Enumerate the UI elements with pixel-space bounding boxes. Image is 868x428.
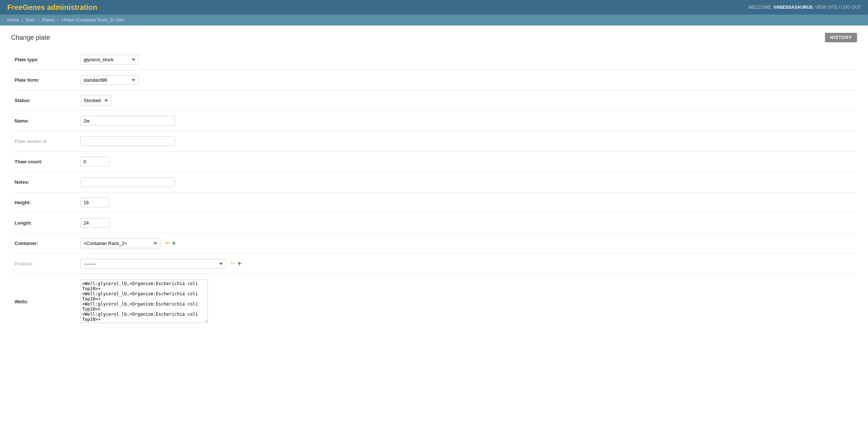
username: VANESSASAURUS [774, 5, 813, 10]
thaw-count-label: Thaw count: [11, 152, 77, 172]
status-row: Status: Stocked Trashed Archived [11, 90, 857, 111]
name-label: Name: [11, 111, 77, 131]
protocol-row: Protocol: -------- ✏ + [11, 254, 857, 274]
name-input-cell [77, 111, 857, 131]
status-input-cell: Stocked Trashed Archived [77, 90, 857, 111]
plate-vendor-id-input-cell [77, 131, 857, 152]
plate-type-input-cell: glycerol_stock culture sequencing other [77, 50, 857, 70]
form-table: Plate type: glycerol_stock culture seque… [11, 50, 857, 329]
plate-type-select[interactable]: glycerol_stock culture sequencing other [80, 55, 139, 65]
protocol-edit-icon[interactable]: ✏ [230, 260, 235, 267]
length-label: Length: [11, 213, 77, 233]
page-title: Change plate [11, 34, 50, 42]
length-input-cell [77, 213, 857, 233]
container-add-icon[interactable]: + [172, 240, 176, 247]
page-title-row: Change plate HISTORY [11, 33, 857, 42]
protocol-input-cell: -------- ✏ + [77, 254, 857, 274]
plate-vendor-id-input[interactable] [80, 136, 175, 146]
height-input-cell [77, 192, 857, 213]
separator: / [838, 5, 840, 10]
notes-label: Notes: [11, 172, 77, 192]
protocol-add-icon[interactable]: + [237, 260, 242, 267]
plate-type-label: Plate type: [11, 50, 77, 70]
protocol-actions: ✏ + [230, 260, 242, 267]
notes-input[interactable] [80, 177, 175, 187]
wells-label: Wells: [11, 274, 77, 330]
plate-type-row: Plate type: glycerol_stock culture seque… [11, 50, 857, 70]
main-content: Change plate HISTORY Plate type: glycero… [0, 26, 868, 428]
name-input[interactable] [80, 116, 175, 126]
container-actions: ✏ + [165, 240, 176, 247]
protocol-select[interactable]: -------- [80, 259, 226, 269]
breadcrumb-home[interactable]: Home [7, 17, 19, 23]
thaw-count-input[interactable] [80, 157, 109, 167]
plate-form-row: Plate form: standard96 deepwell96 384wel… [11, 70, 857, 90]
header: FreeGenes administration WELCOME, VANESS… [0, 0, 868, 15]
breadcrumb: Home › Main › Plates › <Plate:<Container… [0, 15, 868, 26]
breadcrumb-main[interactable]: Main [26, 17, 35, 23]
container-input-cell: <Container:Rack_2> -------- ✏ + [77, 233, 857, 254]
protocol-label: Protocol: [11, 254, 77, 274]
plate-form-label: Plate form: [11, 70, 77, 90]
plate-vendor-id-row: Plate vendor id: [11, 131, 857, 152]
breadcrumb-plates[interactable]: Plates [42, 17, 54, 23]
container-label: Container: [11, 233, 77, 254]
notes-input-cell [77, 172, 857, 192]
log-out-link[interactable]: LOG OUT [841, 5, 861, 10]
plate-form-select[interactable]: standard96 deepwell96 384well other [80, 75, 139, 85]
status-select[interactable]: Stocked Trashed Archived [80, 96, 111, 105]
container-row: Container: <Container:Rack_2> -------- ✏… [11, 233, 857, 254]
view-site-link[interactable]: VIEW SITE [815, 5, 837, 10]
wells-textarea[interactable]: <Well:glycerol_lb,<Organism:Escherichia … [80, 279, 208, 323]
container-edit-icon[interactable]: ✏ [165, 240, 170, 246]
name-row: Name: [11, 111, 857, 131]
wells-row: Wells: <Well:glycerol_lb,<Organism:Esche… [11, 274, 857, 330]
height-label: Height: [11, 192, 77, 213]
wells-input-cell: <Well:glycerol_lb,<Organism:Escherichia … [77, 274, 857, 330]
height-row: Height: [11, 192, 857, 213]
container-select[interactable]: <Container:Rack_2> -------- [80, 238, 160, 248]
thaw-count-input-cell [77, 152, 857, 172]
thaw-count-row: Thaw count: [11, 152, 857, 172]
status-label: Status: [11, 90, 77, 111]
height-input[interactable] [80, 198, 109, 207]
length-row: Length: [11, 213, 857, 233]
length-input[interactable] [80, 218, 109, 228]
welcome-text: WELCOME, [748, 5, 772, 10]
app-title: FreeGenes administration [7, 3, 97, 12]
notes-row: Notes: [11, 172, 857, 192]
plate-form-input-cell: standard96 deepwell96 384well other [77, 70, 857, 90]
user-info: WELCOME, VANESSASAURUS, VIEW SITE / LOG … [748, 5, 861, 10]
history-button[interactable]: HISTORY [825, 33, 857, 42]
plate-vendor-id-label: Plate vendor id: [11, 131, 77, 152]
breadcrumb-current[interactable]: <Plate:<Container:Rack_2>,2w> [61, 17, 124, 23]
